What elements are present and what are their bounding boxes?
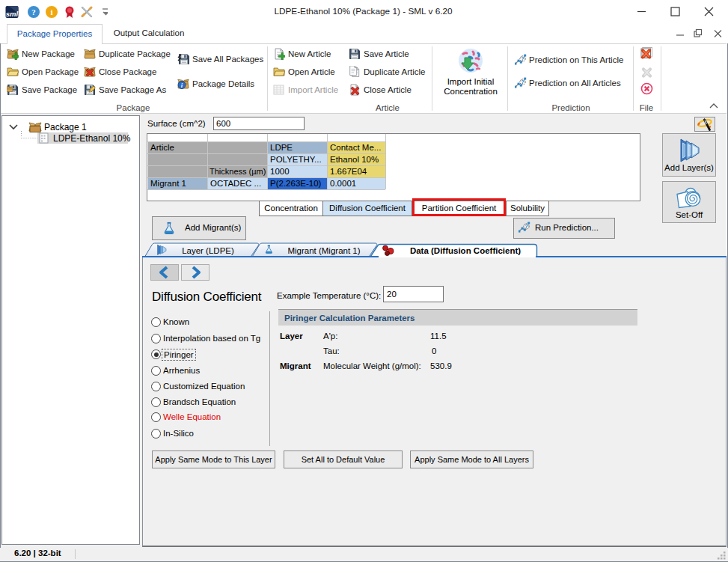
svg-text:LDPE-Ethanol 10%: LDPE-Ethanol 10% bbox=[53, 133, 131, 144]
svg-text:i: i bbox=[50, 7, 52, 16]
svg-text:Package 1: Package 1 bbox=[44, 122, 87, 132]
svg-text:sml: sml bbox=[6, 10, 19, 18]
svg-text:Migrant (Migrant 1): Migrant (Migrant 1) bbox=[287, 246, 360, 255]
svg-text:Data (Diffusion Coefficient): Data (Diffusion Coefficient) bbox=[410, 246, 521, 255]
svg-text:?: ? bbox=[31, 7, 36, 16]
svg-text:Layer (LDPE): Layer (LDPE) bbox=[182, 246, 234, 255]
